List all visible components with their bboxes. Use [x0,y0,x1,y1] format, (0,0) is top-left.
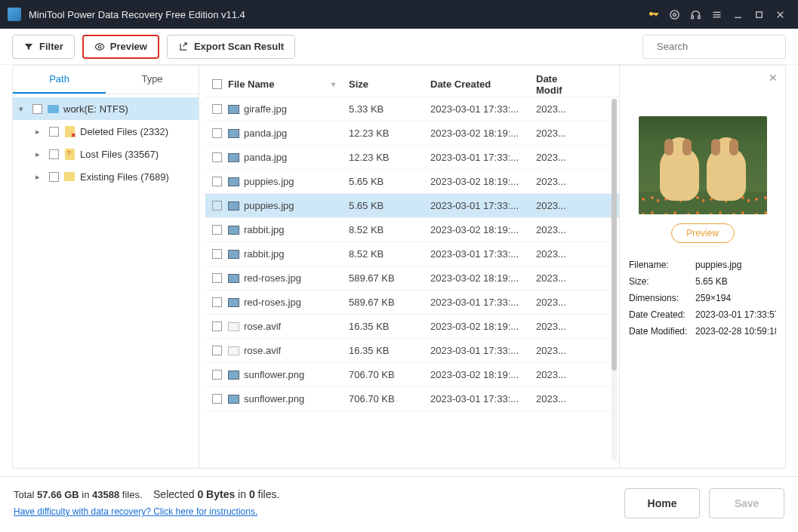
file-row[interactable]: rabbit.jpg8.52 KB2023-03-01 17:33:...202… [205,242,619,266]
file-size: 5.65 KB [349,176,430,187]
file-checkbox[interactable] [212,225,222,235]
svg-rect-3 [698,15,700,18]
tab-path[interactable]: Path [13,66,106,94]
image-thumb-icon [228,153,239,162]
save-button[interactable]: Save [709,488,784,518]
caret-right-icon[interactable]: ▸ [35,172,45,182]
file-checkbox[interactable] [212,249,222,259]
preview-button[interactable]: Preview [82,35,159,59]
open-preview-button[interactable]: Preview [671,223,735,243]
maximize-icon[interactable] [748,4,769,25]
tree-lost-files[interactable]: ▸ Lost Files (33567) [13,143,199,165]
file-row[interactable]: giraffe.jpg5.33 KB2023-03-01 17:33:...20… [205,97,619,121]
file-checkbox[interactable] [212,346,222,355]
tree-child-label: Deleted Files (2332) [80,126,168,137]
select-all-checkbox[interactable] [212,79,222,89]
col-filename[interactable]: File Name [228,78,274,90]
close-icon[interactable] [769,4,790,25]
tree-deleted-files[interactable]: ▸ Deleted Files (2332) [13,120,199,143]
svg-rect-2 [691,15,693,18]
svg-point-5 [98,45,101,48]
file-checkbox[interactable] [212,370,222,380]
file-modified: 2023... [536,369,581,380]
file-created: 2023-03-02 18:19:... [430,176,536,187]
search-input[interactable] [657,41,784,52]
file-row[interactable]: puppies.jpg5.65 KB2023-03-01 17:33:...20… [205,194,619,218]
home-button[interactable]: Home [624,488,700,518]
file-checkbox[interactable] [212,177,222,186]
export-button[interactable]: Export Scan Result [167,35,295,59]
file-name: panda.jpg [244,128,287,139]
file-row[interactable]: red-roses.jpg589.67 KB2023-03-02 18:19:.… [205,266,619,291]
file-created: 2023-03-01 17:33:... [430,103,536,115]
file-thumb-icon [228,346,239,355]
tree-root-label: work(E: NTFS) [63,103,128,115]
tree-checkbox[interactable] [32,104,42,114]
tree-checkbox[interactable] [49,127,59,137]
meta-dim-key: Dimensions: [629,293,695,303]
file-list[interactable]: giraffe.jpg5.33 KB2023-03-01 17:33:...20… [205,97,619,460]
tree-root[interactable]: ▾ work(E: NTFS) [13,97,199,120]
file-name: sunflower.png [244,369,304,380]
meta-created-value: 2023-03-01 17:33:57 [695,309,776,320]
tree-existing-files[interactable]: ▸ Existing Files (7689) [13,165,199,188]
col-created[interactable]: Date Created [430,78,536,90]
file-size: 8.52 KB [349,248,430,260]
file-modified: 2023... [536,297,581,308]
file-row[interactable]: red-roses.jpg589.67 KB2023-03-01 17:33:.… [205,291,619,315]
file-checkbox[interactable] [212,297,222,307]
tree-child-label: Lost Files (33567) [80,149,159,160]
caret-right-icon[interactable]: ▸ [35,127,45,137]
tree-checkbox[interactable] [49,172,59,182]
file-name: puppies.jpg [244,176,294,187]
search-box[interactable] [642,35,786,59]
meta-size-key: Size: [629,276,695,287]
file-row[interactable]: sunflower.png706.70 KB2023-03-01 17:33:.… [205,387,619,411]
file-row[interactable]: rose.avif16.35 KB2023-03-02 18:19:...202… [205,315,619,339]
scrollbar-thumb[interactable] [612,99,617,371]
headphones-icon[interactable] [685,4,706,25]
file-checkbox[interactable] [212,128,222,138]
file-row[interactable]: panda.jpg12.23 KB2023-03-01 17:33:...202… [205,146,619,170]
tree-checkbox[interactable] [49,149,59,159]
license-key-icon[interactable] [642,4,664,25]
minimize-icon[interactable] [727,4,748,25]
file-checkbox[interactable] [212,321,222,331]
meta-filename-key: Filename: [629,260,695,270]
app-logo-icon [8,8,21,21]
file-size: 16.35 KB [349,321,430,332]
file-row[interactable]: panda.jpg12.23 KB2023-03-02 18:19:...202… [205,121,619,146]
sort-arrow-icon[interactable]: ▾ [331,80,335,88]
close-preview-icon[interactable]: ✕ [769,72,778,84]
file-modified: 2023... [536,200,581,211]
file-modified: 2023... [536,176,581,187]
caret-right-icon[interactable]: ▸ [35,149,45,159]
menu-icon[interactable] [706,4,727,25]
image-thumb-icon [228,105,239,114]
file-list-header: File Name▾ Size Date Created Date Modif [205,72,619,97]
disk-icon [47,103,59,115]
file-checkbox[interactable] [212,394,222,404]
file-checkbox[interactable] [212,152,222,162]
meta-size-value: 5.65 KB [695,276,776,287]
tab-type[interactable]: Type [106,66,199,94]
file-size: 12.23 KB [349,152,430,163]
disc-icon[interactable] [664,4,685,25]
caret-down-icon[interactable]: ▾ [19,104,28,114]
file-checkbox[interactable] [212,104,222,114]
col-modified[interactable]: Date Modif [536,73,581,96]
col-size[interactable]: Size [349,78,430,90]
help-link[interactable]: Have difficulty with data recovery? Clic… [14,506,257,517]
file-row[interactable]: rose.avif16.35 KB2023-03-01 17:33:...202… [205,339,619,363]
eye-icon [94,42,105,52]
filter-button[interactable]: Filter [12,35,75,59]
file-row[interactable]: puppies.jpg5.65 KB2023-03-02 18:19:...20… [205,170,619,194]
scrollbar-track[interactable] [612,99,617,461]
file-row[interactable]: sunflower.png706.70 KB2023-03-02 18:19:.… [205,363,619,387]
file-row[interactable]: rabbit.jpg8.52 KB2023-03-02 18:19:...202… [205,218,619,242]
file-modified: 2023... [536,224,581,235]
file-size: 706.70 KB [349,369,430,380]
file-created: 2023-03-02 18:19:... [430,224,536,235]
file-checkbox[interactable] [212,201,222,211]
file-checkbox[interactable] [212,273,222,283]
